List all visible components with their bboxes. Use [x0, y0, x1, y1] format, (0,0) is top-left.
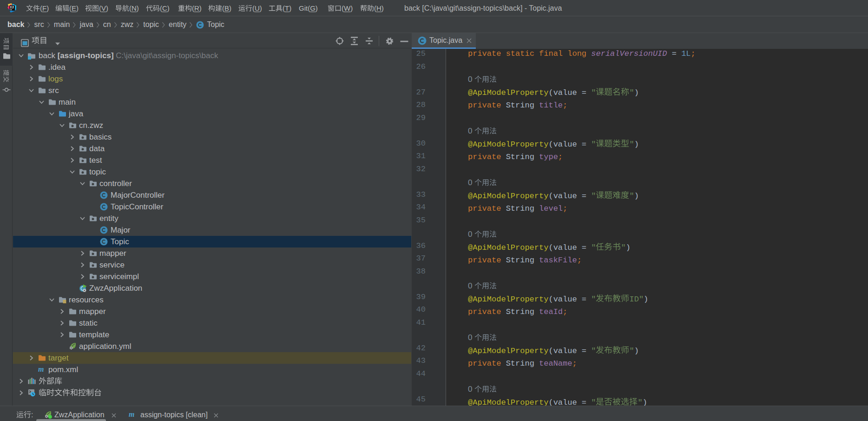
svg-text:m: m — [38, 366, 44, 373]
svg-text:m: m — [129, 411, 134, 418]
